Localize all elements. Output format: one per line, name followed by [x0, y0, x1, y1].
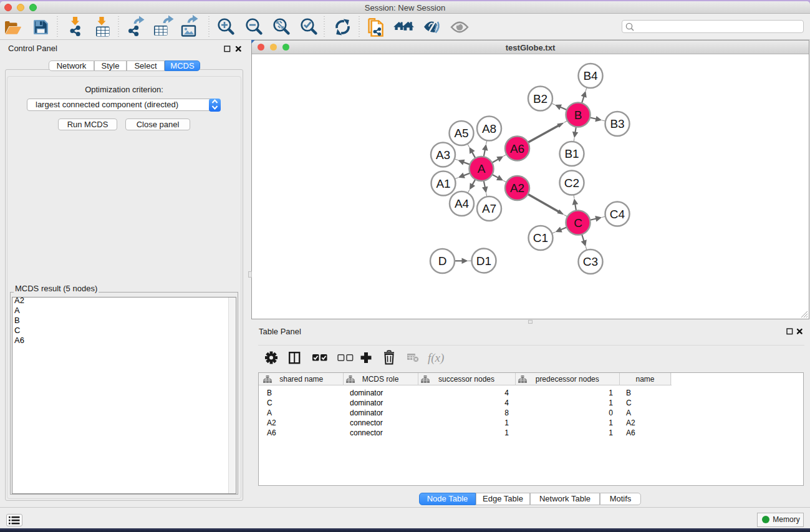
svg-text:A6: A6: [510, 142, 524, 155]
svg-text:A: A: [478, 162, 486, 175]
svg-text:B2: B2: [533, 92, 547, 105]
svg-text:B3: B3: [610, 117, 624, 130]
svg-text:A4: A4: [455, 197, 470, 210]
svg-text:B4: B4: [583, 69, 598, 82]
svg-text:B1: B1: [564, 147, 579, 160]
svg-text:B: B: [574, 109, 582, 122]
svg-text:C1: C1: [533, 231, 548, 244]
svg-text:C2: C2: [564, 177, 579, 190]
svg-text:A8: A8: [482, 122, 496, 135]
svg-text:A1: A1: [436, 177, 450, 190]
svg-text:f(x): f(x): [428, 351, 444, 365]
svg-text:A7: A7: [482, 202, 496, 215]
svg-text:D1: D1: [476, 254, 491, 268]
svg-text:C3: C3: [583, 255, 598, 268]
svg-text:A3: A3: [436, 148, 450, 162]
svg-text:C: C: [574, 216, 582, 230]
svg-text:A2: A2: [510, 181, 524, 195]
svg-text:D: D: [438, 254, 447, 268]
svg-text:A5: A5: [454, 127, 468, 140]
svg-text:C4: C4: [610, 208, 625, 221]
